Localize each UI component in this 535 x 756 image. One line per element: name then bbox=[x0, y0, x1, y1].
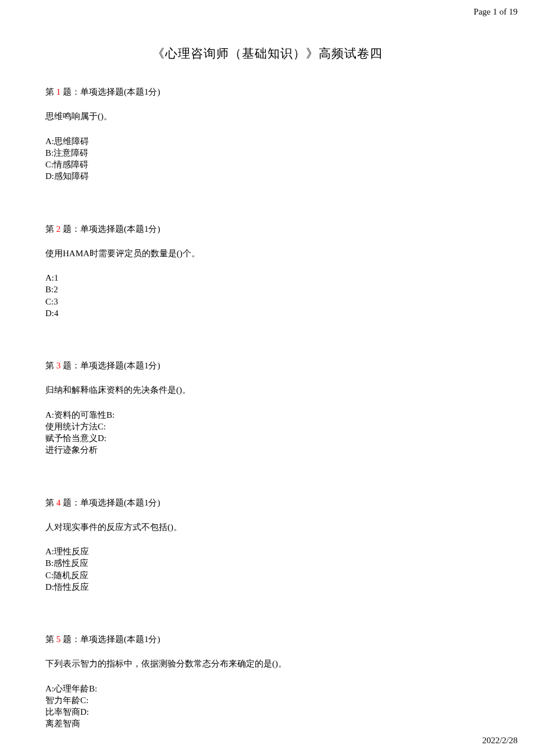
document-title: 《心理咨询师（基础知识）》高频试卷四 bbox=[45, 45, 490, 62]
question-suffix: 题：单项选择题(本题1分) bbox=[60, 87, 160, 96]
question-block: 第 2 题：单项选择题(本题1分) 使用HAMA时需要评定员的数量是()个。 A… bbox=[45, 223, 490, 320]
document-content: 《心理咨询师（基础知识）》高频试卷四 第 1 题：单项选择题(本题1分) 思维鸣… bbox=[45, 45, 490, 756]
question-suffix: 题：单项选择题(本题1分) bbox=[60, 224, 160, 234]
question-options: A:资料的可靠性B: 使用统计方法C: 赋予恰当意义D: 进行迹象分析 bbox=[45, 409, 490, 456]
question-options: A:理性反应 B:感性反应 C:随机反应 D:悟性反应 bbox=[45, 546, 490, 593]
question-block: 第 3 题：单项选择题(本题1分) 归纳和解释临床资料的先决条件是()。 A:资… bbox=[45, 360, 490, 456]
page-indicator: Page 1 of 19 bbox=[474, 7, 518, 16]
question-prefix: 第 bbox=[45, 635, 56, 644]
question-stem: 使用HAMA时需要评定员的数量是()个。 bbox=[45, 248, 490, 259]
question-stem: 归纳和解释临床资料的先决条件是()。 bbox=[45, 384, 490, 396]
question-suffix: 题：单项选择题(本题1分) bbox=[60, 498, 160, 507]
page-header: Page 1 of 19 bbox=[474, 7, 518, 17]
question-stem: 思维鸣响属于()。 bbox=[45, 110, 490, 122]
question-suffix: 题：单项选择题(本题1分) bbox=[60, 361, 160, 370]
question-prefix: 第 bbox=[45, 224, 56, 234]
question-options: A:思维障碍 B:注意障碍 C:情感障碍 D:感知障碍 bbox=[45, 135, 490, 182]
question-block: 第 4 题：单项选择题(本题1分) 人对现实事件的反应方式不包括()。 A:理性… bbox=[45, 497, 490, 593]
question-header: 第 4 题：单项选择题(本题1分) bbox=[45, 497, 490, 508]
question-options: A:心理年龄B: 智力年龄C: 比率智商D: 离差智商 bbox=[45, 683, 490, 730]
question-stem: 人对现实事件的反应方式不包括()。 bbox=[45, 521, 490, 533]
question-header: 第 2 题：单项选择题(本题1分) bbox=[45, 223, 490, 235]
question-options: A:1 B:2 C:3 D:4 bbox=[45, 272, 490, 319]
question-block: 第 1 题：单项选择题(本题1分) 思维鸣响属于()。 A:思维障碍 B:注意障… bbox=[45, 86, 490, 182]
question-prefix: 第 bbox=[45, 498, 56, 507]
footer-date: 2022/2/28 bbox=[482, 736, 518, 745]
question-prefix: 第 bbox=[45, 87, 56, 96]
question-prefix: 第 bbox=[45, 361, 56, 370]
question-header: 第 3 题：单项选择题(本题1分) bbox=[45, 360, 490, 371]
question-suffix: 题：单项选择题(本题1分) bbox=[60, 635, 160, 644]
question-block: 第 5 题：单项选择题(本题1分) 下列表示智力的指标中，依据测验分数常态分布来… bbox=[45, 633, 490, 730]
page-footer: 2022/2/28 bbox=[482, 736, 518, 746]
question-stem: 下列表示智力的指标中，依据测验分数常态分布来确定的是()。 bbox=[45, 658, 490, 669]
question-header: 第 1 题：单项选择题(本题1分) bbox=[45, 86, 490, 98]
question-header: 第 5 题：单项选择题(本题1分) bbox=[45, 633, 490, 645]
